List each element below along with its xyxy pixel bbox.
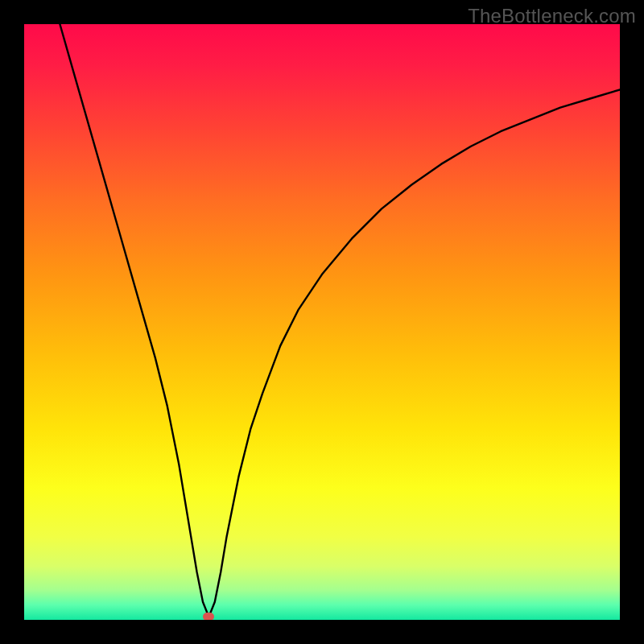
bottleneck-curve	[24, 24, 620, 620]
minimum-marker	[203, 613, 214, 620]
watermark-text: TheBottleneck.com	[468, 5, 636, 27]
chart-frame: TheBottleneck.com	[0, 0, 644, 644]
plot-area	[24, 24, 620, 620]
